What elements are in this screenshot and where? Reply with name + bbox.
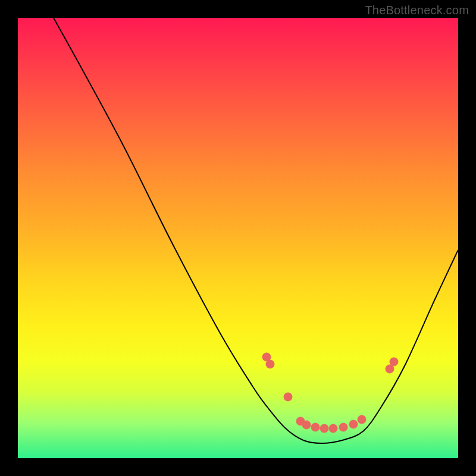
highlight-dot: [358, 415, 366, 424]
bottleneck-plot: [18, 18, 458, 458]
highlight-dot: [320, 424, 328, 433]
highlight-dot: [329, 424, 337, 433]
highlight-dot: [339, 423, 347, 431]
highlight-dot: [302, 421, 311, 429]
highlight-dot: [266, 360, 274, 368]
highlight-dots-group: [262, 353, 398, 433]
bottleneck-curve: [54, 18, 458, 443]
highlight-dot: [284, 393, 292, 401]
chart-area: [18, 18, 458, 458]
highlight-dot: [349, 420, 358, 428]
watermark-text: TheBottleneck.com: [365, 4, 469, 17]
highlight-dot: [311, 423, 320, 431]
highlight-dot: [390, 358, 398, 366]
